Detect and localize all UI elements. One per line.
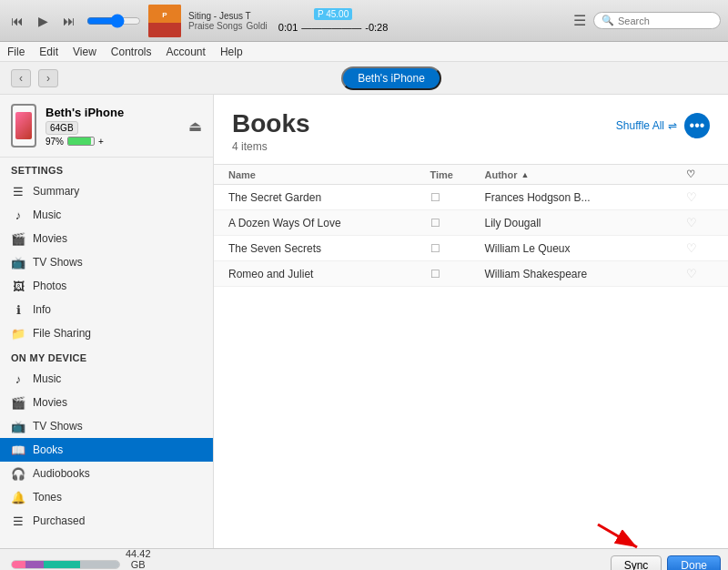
- battery-plus: +: [98, 137, 104, 147]
- music-icon: ♪: [11, 208, 25, 222]
- sidebar-item-tvshows[interactable]: 📺 TV Shows: [0, 250, 213, 274]
- battery-fill: [68, 137, 91, 145]
- storage-pink-seg: [12, 561, 25, 568]
- filesharing-icon: 📁: [11, 326, 25, 341]
- sidebar-item-books[interactable]: 📖 Books: [0, 438, 213, 462]
- free-space-label: 44.42 GB Free: [126, 548, 151, 571]
- purchased-icon: ☰: [11, 514, 25, 528]
- sidebar-item-movies2[interactable]: 🎬 Movies: [0, 391, 213, 414]
- col-header-author[interactable]: Author ▲: [485, 168, 687, 180]
- svg-text:P: P: [162, 11, 167, 19]
- movies2-icon: 🎬: [11, 395, 25, 410]
- info-icon: ℹ: [11, 302, 25, 317]
- device-tab[interactable]: Beth's iPhone: [341, 66, 441, 90]
- sidebar-item-music2[interactable]: ♪ Music: [0, 367, 213, 391]
- tones-icon: 🔔: [11, 490, 25, 504]
- forward-button[interactable]: ›: [38, 69, 58, 87]
- search-input[interactable]: [618, 15, 709, 26]
- sidebar-item-tvshows2[interactable]: 📺 TV Shows: [0, 414, 213, 438]
- book-author: William Shakespeare: [485, 268, 687, 280]
- audiobooks-icon: 🎧: [11, 466, 25, 481]
- col-header-time[interactable]: Time: [430, 168, 485, 180]
- sidebar-item-info[interactable]: ℹ Info: [0, 298, 213, 321]
- track-album: Praise Songs: [188, 21, 242, 31]
- sync-button[interactable]: Sync: [611, 555, 662, 570]
- sidebar-item-label: Purchased: [33, 514, 85, 527]
- storage-teal-seg: [44, 561, 80, 568]
- content-header: Books 4 items Shuffle All ⇌ •••: [214, 95, 728, 165]
- book-name: The Secret Garden: [228, 191, 430, 204]
- sidebar-item-audiobooks[interactable]: 🎧 Audiobooks: [0, 462, 213, 485]
- sidebar-item-filesharing[interactable]: 📁 File Sharing: [0, 321, 213, 345]
- volume-slider[interactable]: [86, 14, 141, 28]
- tvshows-icon: 📺: [11, 255, 25, 270]
- search-icon: 🔍: [602, 15, 614, 26]
- sidebar-item-photos[interactable]: 🖼 Photos: [0, 274, 213, 298]
- sidebar-item-label: Tones: [33, 491, 62, 504]
- menu-file[interactable]: File: [7, 46, 25, 58]
- sidebar-item-summary[interactable]: ☰ Summary: [0, 179, 213, 203]
- storage-gray-seg: [80, 561, 120, 568]
- table-row[interactable]: The Secret Garden ☐ Frances Hodgson B...…: [214, 185, 728, 210]
- fast-forward-button[interactable]: ⏭: [59, 12, 79, 30]
- heart-icon[interactable]: ♡: [686, 241, 713, 255]
- device-name: Beth's iPhone: [46, 106, 124, 119]
- book-checkbox-icon: ☐: [430, 191, 485, 204]
- music2-icon: ♪: [11, 372, 25, 386]
- list-view-icon[interactable]: ☰: [573, 12, 586, 29]
- heart-col-icon: ♡: [686, 168, 695, 180]
- menu-account[interactable]: Account: [167, 46, 206, 58]
- sidebar-item-label: Movies: [33, 232, 67, 245]
- menu-help[interactable]: Help: [220, 46, 243, 58]
- time-remaining: -0:28: [365, 22, 388, 33]
- play-button[interactable]: ▶: [35, 12, 52, 30]
- time-elapsed: 0:01: [278, 22, 298, 33]
- menu-edit[interactable]: Edit: [39, 46, 58, 58]
- sidebar-item-music[interactable]: ♪ Music: [0, 203, 213, 227]
- tvshows2-icon: 📺: [11, 419, 25, 433]
- shuffle-button[interactable]: Shuffle All ⇌: [616, 119, 677, 132]
- battery-bar: [67, 137, 95, 146]
- sidebar-item-movies[interactable]: 🎬 Movies: [0, 227, 213, 250]
- content-title-area: Books 4 items: [232, 109, 310, 153]
- heart-icon[interactable]: ♡: [686, 216, 713, 229]
- heart-icon[interactable]: ♡: [686, 267, 713, 280]
- sort-arrow-icon: ▲: [521, 170, 530, 179]
- books-icon: 📖: [11, 443, 25, 457]
- summary-icon: ☰: [11, 184, 25, 198]
- shuffle-label: Shuffle All: [616, 119, 664, 132]
- sidebar: Beth's iPhone 64GB 97% + ⏏ Settings ☰ Su…: [0, 95, 214, 548]
- back-button[interactable]: ‹: [11, 69, 31, 87]
- table-row[interactable]: Romeo and Juliet ☐ William Shakespeare ♡: [214, 261, 728, 287]
- table-row[interactable]: The Seven Secrets ☐ William Le Queux ♡: [214, 236, 728, 261]
- col-header-heart[interactable]: ♡: [686, 168, 713, 180]
- sidebar-item-label: TV Shows: [33, 256, 83, 269]
- sidebar-item-purchased[interactable]: ☰ Purchased: [0, 509, 213, 533]
- table-row[interactable]: A Dozen Ways Of Love ☐ Lily Dougall ♡: [214, 210, 728, 236]
- storage-bar: [11, 560, 120, 569]
- header-actions: Shuffle All ⇌ •••: [616, 113, 710, 138]
- track-gold: Goldi: [246, 21, 267, 31]
- menu-view[interactable]: View: [73, 46, 96, 58]
- sidebar-item-label: Music: [33, 209, 61, 221]
- heart-icon[interactable]: ♡: [686, 190, 713, 204]
- rewind-button[interactable]: ⏮: [7, 12, 27, 30]
- device-info: Beth's iPhone 64GB 97% +: [46, 106, 124, 147]
- search-box: 🔍: [593, 12, 721, 29]
- book-author: William Le Queux: [485, 242, 687, 255]
- menu-controls[interactable]: Controls: [111, 46, 152, 58]
- book-checkbox-icon: ☐: [430, 217, 485, 229]
- sidebar-item-label: Books: [33, 443, 63, 456]
- sidebar-item-label: Music: [33, 372, 61, 385]
- phone-icon: [11, 104, 36, 148]
- battery-percent: 97%: [46, 137, 64, 147]
- book-checkbox-icon: ☐: [430, 242, 485, 255]
- sidebar-item-tones[interactable]: 🔔 Tones: [0, 485, 213, 509]
- more-options-button[interactable]: •••: [684, 113, 710, 138]
- book-name: A Dozen Ways Of Love: [228, 217, 430, 229]
- price-badge: P 45.00: [314, 8, 352, 20]
- col-header-name[interactable]: Name: [228, 168, 430, 180]
- book-name: Romeo and Juliet: [228, 268, 430, 280]
- book-name: The Seven Secrets: [228, 242, 430, 255]
- eject-button[interactable]: ⏏: [188, 117, 202, 135]
